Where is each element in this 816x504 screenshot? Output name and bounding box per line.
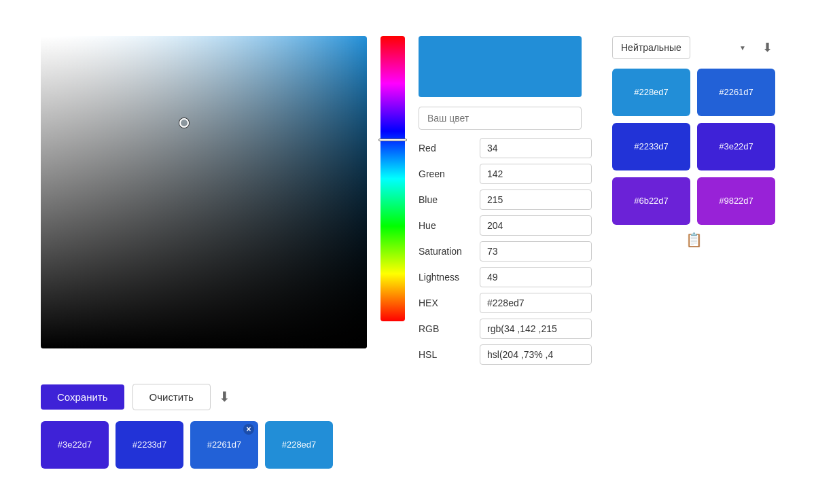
recent-swatch-wrapper-2: #2261d7×: [190, 421, 258, 469]
your-color-input[interactable]: [419, 107, 582, 130]
hex-input[interactable]: [480, 293, 592, 313]
hue-label: Hue: [419, 220, 480, 231]
blue-row: Blue: [419, 190, 592, 210]
hex-row: HEX: [419, 293, 592, 313]
palette-download-button[interactable]: ⬇: [760, 37, 775, 58]
recent-swatches: #3e22d7#2233d7#2261d7×#228ed7: [41, 421, 775, 469]
palette-swatch-4[interactable]: #6b22d7: [612, 177, 690, 225]
rgb-label: RGB: [419, 323, 480, 334]
rgb-input[interactable]: [480, 319, 592, 339]
palette-copy-icon: 📋: [612, 232, 775, 248]
color-preview: [419, 36, 582, 97]
green-row: Green: [419, 164, 592, 184]
palette-swatch-3[interactable]: #3e22d7: [697, 123, 775, 170]
palette-header: Нейтральные Теплые Холодные ⬇: [612, 36, 775, 59]
palette-select[interactable]: Нейтральные Теплые Холодные: [612, 36, 690, 59]
hsl-label: HSL: [419, 349, 480, 360]
hue-row: Hue: [419, 215, 592, 236]
recent-swatch-wrapper-3: #228ed7: [265, 421, 333, 469]
save-button[interactable]: Сохранить: [41, 384, 124, 410]
app-container: Red Green Blue Hue Saturation Lightness: [0, 16, 816, 489]
lightness-label: Lightness: [419, 272, 480, 283]
recent-swatch-3[interactable]: #228ed7: [265, 421, 333, 469]
blue-input[interactable]: [480, 190, 592, 210]
palette-swatch-0[interactable]: #228ed7: [612, 69, 690, 116]
red-input[interactable]: [480, 138, 592, 158]
recent-swatch-0[interactable]: #3e22d7: [41, 421, 109, 469]
saturation-row: Saturation: [419, 241, 592, 262]
top-section: Red Green Blue Hue Saturation Lightness: [41, 36, 775, 370]
lightness-row: Lightness: [419, 267, 592, 287]
color-canvas[interactable]: [41, 36, 367, 348]
recent-swatch-close-2[interactable]: ×: [243, 424, 254, 435]
hsl-input[interactable]: [480, 344, 592, 365]
bottom-section: Сохранить Очистить ⬇ #3e22d7#2233d7#2261…: [41, 384, 775, 469]
green-label: Green: [419, 168, 480, 179]
color-canvas-wrapper[interactable]: [41, 36, 367, 348]
rgb-row: RGB: [419, 319, 592, 339]
hex-label: HEX: [419, 298, 480, 308]
palette-swatch-5[interactable]: #9822d7: [697, 177, 775, 225]
download-button[interactable]: ⬇: [219, 389, 230, 405]
hue-slider[interactable]: [380, 36, 405, 321]
green-input[interactable]: [480, 164, 592, 184]
color-fields: Red Green Blue Hue Saturation Lightness: [419, 36, 592, 370]
hue-input[interactable]: [480, 215, 592, 236]
saturation-input[interactable]: [480, 241, 592, 262]
palette-swatch-2[interactable]: #2233d7: [612, 123, 690, 170]
lightness-input[interactable]: [480, 267, 592, 287]
palette-section: Нейтральные Теплые Холодные ⬇ #228ed7#22…: [612, 36, 775, 248]
palette-swatch-1[interactable]: #2261d7: [697, 69, 775, 116]
hue-indicator: [378, 139, 407, 141]
clear-button[interactable]: Очистить: [132, 384, 211, 410]
palette-swatches: #228ed7#2261d7#2233d7#3e22d7#6b22d7#9822…: [612, 69, 775, 225]
hue-slider-wrapper[interactable]: [380, 36, 405, 321]
blue-label: Blue: [419, 194, 480, 205]
red-label: Red: [419, 143, 480, 154]
red-row: Red: [419, 138, 592, 158]
action-buttons: Сохранить Очистить ⬇: [41, 384, 775, 410]
saturation-label: Saturation: [419, 246, 480, 257]
hsl-row: HSL: [419, 344, 592, 365]
recent-swatch-wrapper-0: #3e22d7: [41, 421, 109, 469]
palette-select-wrapper[interactable]: Нейтральные Теплые Холодные: [612, 36, 753, 59]
recent-swatch-wrapper-1: #2233d7: [116, 421, 183, 469]
recent-swatch-1[interactable]: #2233d7: [116, 421, 183, 469]
